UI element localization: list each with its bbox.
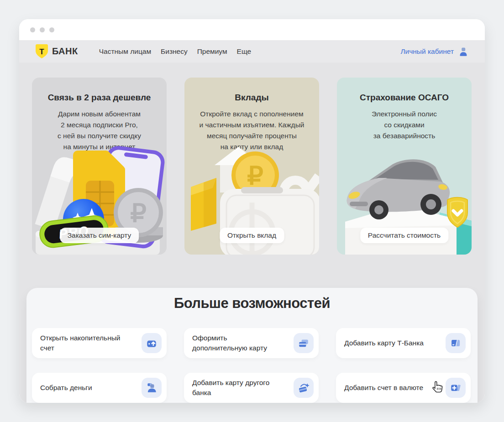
additional-card-icon	[294, 333, 314, 353]
more-possibilities-panel: Больше возможностей Открыть накопительны…	[26, 288, 478, 403]
promo-card-deposits: Вклады Откройте вклад с пополнением и ча…	[184, 78, 319, 255]
tile-collect-money[interactable]: Собрать деньги	[32, 373, 167, 403]
tile-label: Добавить карту Т-Банка	[344, 338, 424, 348]
browser-window: Т БАНК Частным лицам Бизнесу Премиум Еще…	[19, 19, 485, 403]
tbank-card-icon	[446, 333, 466, 353]
hand-cursor-icon	[431, 379, 445, 393]
user-icon	[458, 47, 468, 57]
tbank-shield-icon: Т	[36, 44, 48, 58]
card-title: Связь в 2 раза дешевле	[32, 93, 167, 103]
card-body: Дарим новым абонентам 2 месяца подписки …	[32, 109, 167, 152]
logo-text: БАНК	[52, 46, 78, 57]
other-bank-card-icon	[294, 378, 314, 398]
page-content: Связь в 2 раза дешевле Дарим новым абоне…	[19, 63, 485, 403]
ruble-coin-symbol: ₽	[130, 198, 147, 227]
window-controls[interactable]	[30, 27, 54, 32]
nav-item-more[interactable]: Еще	[237, 47, 252, 56]
window-control-dot[interactable]	[30, 27, 35, 32]
tile-label: Собрать деньги	[40, 383, 92, 393]
tile-label: Добавить карту другого банка	[192, 378, 269, 398]
card-body: Откройте вклад с пополнением и частичным…	[184, 109, 319, 152]
collect-money-icon	[142, 378, 162, 398]
card-title: Вклады	[184, 93, 319, 103]
promo-cards: Связь в 2 раза дешевле Дарим новым абоне…	[32, 78, 472, 255]
tile-label: Добавить счет в валюте	[344, 383, 423, 393]
nav-item-premium[interactable]: Премиум	[197, 47, 227, 56]
account-link[interactable]: Личный кабинет	[400, 47, 468, 57]
tile-open-savings-account[interactable]: Открыть накопительный счет	[32, 328, 167, 358]
tile-label: Открыть накопительный счет	[40, 333, 121, 354]
tile-add-currency-account[interactable]: Добавить счет в валюте	[336, 373, 471, 403]
action-tiles: Открыть накопительный счет Оформить допо…	[32, 328, 478, 403]
window-control-dot[interactable]	[49, 27, 54, 32]
account-label: Личный кабинет	[400, 47, 454, 56]
tile-add-tbank-card[interactable]: Добавить карту Т-Банка	[336, 328, 471, 358]
tile-label: Оформить дополнительную карту	[192, 333, 267, 354]
order-sim-button[interactable]: Заказать сим-карту	[60, 228, 139, 243]
nav-item-business[interactable]: Бизнесу	[161, 47, 188, 56]
section-title: Больше возможностей	[26, 288, 478, 312]
card-body: Электронный полис со скидками за безавар…	[337, 109, 472, 141]
open-deposit-button[interactable]: Открыть вклад	[220, 228, 284, 243]
promo-card-sim: Связь в 2 раза дешевле Дарим новым абоне…	[32, 78, 167, 255]
promo-card-osago: Страхование ОСАГО Электронный полис со с…	[337, 78, 472, 255]
window-control-dot[interactable]	[40, 27, 45, 32]
tbank-logo[interactable]: Т БАНК	[36, 44, 78, 58]
site-header: Т БАНК Частным лицам Бизнесу Премиум Еще…	[19, 40, 485, 63]
tile-add-other-bank-card[interactable]: Добавить карту другого банка	[184, 373, 319, 403]
card-title: Страхование ОСАГО	[337, 93, 472, 103]
calculate-cost-button[interactable]: Рассчитать стоимость	[360, 228, 448, 243]
nav-item-private[interactable]: Частным лицам	[99, 47, 151, 56]
window-titlebar	[19, 19, 485, 40]
main-nav: Частным лицам Бизнесу Премиум Еще	[99, 47, 251, 56]
tile-additional-card[interactable]: Оформить дополнительную карту	[184, 328, 319, 358]
ruble-coin-symbol: ₽	[247, 161, 263, 190]
logo-letter: Т	[39, 47, 44, 56]
savings-account-icon	[142, 333, 162, 353]
currency-account-icon	[446, 378, 466, 398]
